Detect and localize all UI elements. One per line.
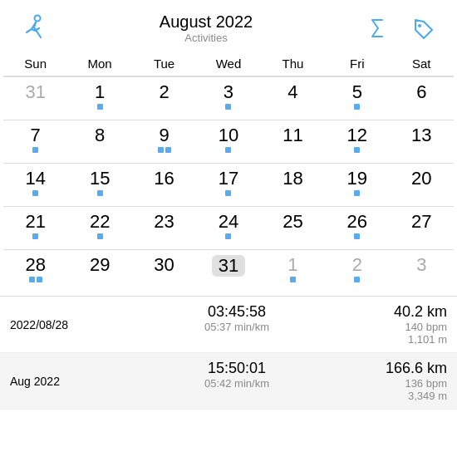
month-year-title: August 2022 — [160, 12, 253, 32]
calendar-day[interactable]: 3 — [390, 249, 454, 292]
runner-icon[interactable] — [17, 10, 53, 47]
summary-date: 2022/08/28 — [10, 303, 110, 346]
calendar-day[interactable]: 19 — [325, 163, 389, 206]
summary-row[interactable]: 2022/08/28 03:45:58 05:37 min/km 40.2 km… — [0, 297, 457, 353]
calendar-day[interactable]: 15 — [67, 163, 131, 206]
header-center: August 2022 Activities — [160, 12, 253, 44]
calendar-day[interactable]: 20 — [390, 163, 454, 206]
calendar-day[interactable]: 21 — [3, 206, 67, 249]
summary-time: 03:45:58 05:37 min/km — [110, 303, 364, 346]
calendar-day[interactable]: 14 — [3, 163, 67, 206]
summary-date: Aug 2022 — [10, 360, 110, 402]
calendar-day[interactable]: 17 — [196, 163, 260, 206]
day-thu: Thu — [261, 55, 325, 72]
calendar-day[interactable]: 10 — [196, 120, 260, 163]
calendar-day[interactable]: 28 — [3, 249, 67, 292]
summary-stats: 40.2 km 140 bpm 1,101 m — [364, 303, 447, 346]
calendar-day[interactable]: 4 — [261, 76, 325, 120]
header-actions — [359, 10, 440, 47]
activities-subtitle: Activities — [160, 32, 253, 44]
calendar-day[interactable]: 27 — [390, 206, 454, 249]
calendar-day[interactable]: 26 — [325, 206, 389, 249]
day-sat: Sat — [390, 55, 454, 72]
sigma-icon[interactable] — [359, 10, 396, 47]
calendar-day[interactable]: 31 — [196, 249, 260, 292]
svg-point-0 — [35, 16, 41, 22]
calendar-day[interactable]: 1 — [67, 76, 131, 120]
calendar-day[interactable]: 18 — [261, 163, 325, 206]
svg-point-1 — [418, 24, 421, 27]
calendar-day-headers: Sun Mon Tue Wed Thu Fri Sat — [3, 50, 454, 76]
calendar-day[interactable]: 31 — [3, 76, 67, 120]
calendar-day[interactable]: 30 — [132, 249, 196, 292]
calendar-day[interactable]: 13 — [390, 120, 454, 163]
calendar-day[interactable]: 9 — [132, 120, 196, 163]
calendar-day[interactable]: 8 — [67, 120, 131, 163]
calendar-day[interactable]: 1 — [261, 249, 325, 292]
calendar-day[interactable]: 11 — [261, 120, 325, 163]
app-header: August 2022 Activities — [0, 0, 457, 50]
summary-section: 2022/08/28 03:45:58 05:37 min/km 40.2 km… — [0, 296, 457, 410]
calendar-day[interactable]: 22 — [67, 206, 131, 249]
calendar-day[interactable]: 5 — [325, 76, 389, 120]
calendar-day[interactable]: 3 — [196, 76, 260, 120]
calendar-day[interactable]: 25 — [261, 206, 325, 249]
calendar-day[interactable]: 7 — [3, 120, 67, 163]
summary-time: 15:50:01 05:42 min/km — [110, 360, 364, 402]
day-fri: Fri — [325, 55, 389, 72]
summary-row[interactable]: Aug 2022 15:50:01 05:42 min/km 166.6 km … — [0, 353, 457, 410]
calendar-day[interactable]: 24 — [196, 206, 260, 249]
calendar-day[interactable]: 23 — [132, 206, 196, 249]
day-wed: Wed — [196, 55, 260, 72]
calendar-day[interactable]: 6 — [390, 76, 454, 120]
summary-stats: 166.6 km 136 bpm 3,349 m — [364, 360, 447, 402]
day-tue: Tue — [132, 55, 196, 72]
calendar-day[interactable]: 2 — [132, 76, 196, 120]
calendar-grid: 3112345678910111213141516171819202122232… — [3, 76, 454, 292]
tag-icon[interactable] — [404, 10, 440, 47]
day-sun: Sun — [3, 55, 67, 72]
calendar-day[interactable]: 16 — [132, 163, 196, 206]
calendar: Sun Mon Tue Wed Thu Fri Sat 311234567891… — [0, 50, 457, 292]
calendar-day[interactable]: 12 — [325, 120, 389, 163]
calendar-day[interactable]: 2 — [325, 249, 389, 292]
day-mon: Mon — [67, 55, 131, 72]
calendar-day[interactable]: 29 — [67, 249, 131, 292]
